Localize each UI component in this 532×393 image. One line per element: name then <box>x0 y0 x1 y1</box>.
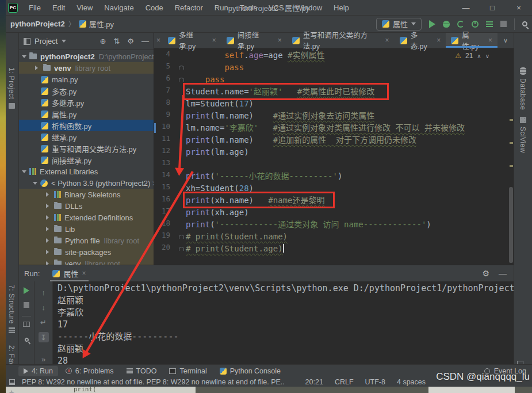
minimize-icon[interactable]: — <box>453 3 479 12</box>
rerun-button[interactable] <box>24 287 29 294</box>
tree-item[interactable]: Extended Definitions <box>19 212 154 223</box>
tool-window-tab[interactable]: 4: Run <box>18 366 58 376</box>
menu-item-refactor[interactable]: Refactor <box>170 2 208 14</box>
run-configuration-select[interactable]: 属性 <box>376 18 422 30</box>
menu-item-help[interactable]: Help <box>328 2 354 14</box>
close-icon[interactable]: × <box>212 36 216 44</box>
tool-window-tab[interactable]: TODO <box>121 366 162 376</box>
chevron-right-icon[interactable] <box>46 250 51 254</box>
caret-position[interactable]: 20:21 <box>305 378 323 386</box>
editor-tab[interactable]: 多态.py× <box>395 33 446 48</box>
tree-item[interactable]: 间接继承.py <box>19 154 154 166</box>
hide-panel-icon[interactable]: — <box>499 269 507 278</box>
concurrency-diagram-button[interactable] <box>486 21 493 27</box>
tool-stripe-button[interactable]: SciView <box>519 117 527 153</box>
warning-mark[interactable] <box>510 142 513 144</box>
breadcrumb-file[interactable]: 属性.py <box>89 18 114 29</box>
close-icon[interactable]: × <box>82 269 86 277</box>
menu-item-tools[interactable]: Tools <box>235 2 262 14</box>
chevron-down-icon[interactable] <box>33 182 37 187</box>
menu-item-file[interactable]: File <box>24 2 46 14</box>
pin-tab-icon[interactable] <box>24 337 29 343</box>
run-tab[interactable]: 属性 × <box>50 265 88 281</box>
chevron-right-icon[interactable] <box>46 204 51 208</box>
more-actions-icon[interactable]: » <box>35 355 52 364</box>
chevron-right-icon[interactable] <box>35 66 40 70</box>
tree-item[interactable]: DLLs <box>19 200 154 212</box>
run-button[interactable] <box>429 20 435 28</box>
tree-item[interactable]: main.py <box>19 74 154 85</box>
tree-item[interactable]: site-packages <box>19 246 154 258</box>
gear-icon[interactable]: ⚙ <box>482 269 489 278</box>
close-icon[interactable]: × <box>154 36 163 44</box>
maximize-icon[interactable]: □ <box>479 3 506 12</box>
close-icon[interactable]: × <box>278 36 282 44</box>
menu-item-code[interactable]: Code <box>140 2 169 14</box>
tree-item[interactable]: 重写和调用父类的方法.py <box>19 143 154 154</box>
tree-item[interactable]: External Libraries <box>19 166 154 177</box>
tree-item[interactable]: Lib <box>19 223 154 235</box>
breadcrumb-project[interactable]: pythonProject2 <box>10 20 65 28</box>
layout-icon[interactable] <box>9 379 15 385</box>
tree-item[interactable]: < Python 3.9 (pythonProject2) > <box>19 177 154 189</box>
locate-file-icon[interactable]: ⊕ <box>100 37 106 45</box>
menu-item-run[interactable]: Run <box>209 2 234 14</box>
tree-item[interactable]: 属性.py <box>19 108 154 120</box>
stop-button[interactable] <box>500 21 507 27</box>
line-separator[interactable]: CRLF <box>335 378 354 386</box>
file-encoding[interactable]: UTF-8 <box>365 378 385 386</box>
menu-item-window[interactable]: Window <box>290 2 327 14</box>
hide-panel-icon[interactable]: — <box>141 37 149 45</box>
stop-button[interactable] <box>24 302 29 308</box>
close-icon[interactable]: × <box>385 36 389 44</box>
profiler-button[interactable] <box>472 21 479 28</box>
chevron-right-icon[interactable] <box>46 238 51 243</box>
menu-item-vcs[interactable]: VCS <box>263 2 289 14</box>
tool-window-tab[interactable]: Python Console <box>215 366 286 376</box>
soft-wrap-icon[interactable]: ↵ <box>35 318 52 327</box>
chevron-down-icon[interactable] <box>22 170 26 175</box>
console-output[interactable]: D:\pythonProject1\pythonProject2\venv\Sc… <box>53 281 514 364</box>
close-icon[interactable]: × <box>437 36 441 44</box>
chevron-down-icon[interactable] <box>22 55 26 60</box>
restore-layout-icon[interactable] <box>23 322 30 327</box>
up-stack-trace-icon[interactable]: ↑ <box>35 288 52 297</box>
coverage-button[interactable] <box>457 21 464 28</box>
chevron-down-icon[interactable] <box>62 40 66 45</box>
menu-item-navigate[interactable]: Navigate <box>99 2 139 14</box>
tree-item[interactable]: Python filelibrary root <box>19 235 154 246</box>
tree-item[interactable]: 继承.py <box>19 131 154 143</box>
editor-tab[interactable]: 属性.py× <box>446 33 497 48</box>
tree-item[interactable]: 多继承.py <box>19 97 154 108</box>
fold-marker-icon[interactable] <box>179 235 184 239</box>
tree-item[interactable]: venvlibrary root <box>19 62 154 74</box>
indent-style[interactable]: 4 spaces <box>397 378 426 386</box>
menu-item-view[interactable]: View <box>71 2 98 14</box>
fold-marker-icon[interactable] <box>179 66 184 70</box>
scrollbar-thumb[interactable] <box>509 187 513 263</box>
hidden-tabs-chevron-icon[interactable]: ∨ <box>497 37 514 44</box>
gear-icon[interactable]: ⚙ <box>127 37 134 45</box>
search-everywhere-icon[interactable] <box>522 21 527 26</box>
chevron-right-icon[interactable] <box>46 227 51 231</box>
editor-tab[interactable]: 间接继承.py× <box>221 33 287 48</box>
tree-item[interactable]: pythonProject2D:\pythonProject <box>19 51 154 62</box>
tree-item[interactable]: venvlibrary root <box>19 258 154 265</box>
fold-marker-icon[interactable] <box>179 78 184 82</box>
chevron-right-icon[interactable] <box>46 192 51 197</box>
close-icon[interactable]: × <box>506 3 532 12</box>
tool-stripe-button[interactable]: Database <box>519 67 527 110</box>
tree-item[interactable]: Binary Skeletons <box>19 189 154 200</box>
collapse-all-icon[interactable]: ⇅ <box>113 37 120 45</box>
down-stack-trace-icon[interactable]: ↓ <box>35 303 52 312</box>
chevron-right-icon[interactable] <box>46 215 51 220</box>
warning-mark[interactable] <box>510 119 513 121</box>
editor-tab[interactable]: 重写和调用父类的方法.py× <box>287 33 395 48</box>
status-message[interactable]: PEP 8: W292 no newline at end of file. P… <box>22 378 285 386</box>
tree-item[interactable]: 析构函数.py <box>19 120 154 131</box>
tool-stripe-button[interactable]: 1: Project <box>7 67 16 109</box>
tool-window-tab[interactable]: 6: Problems <box>60 366 119 376</box>
code-editor[interactable]: 4567891011121314151617181920 self.age=ag… <box>154 48 509 265</box>
editor-tab[interactable]: 多继承.py× <box>163 33 221 48</box>
debug-button[interactable] <box>443 21 450 28</box>
